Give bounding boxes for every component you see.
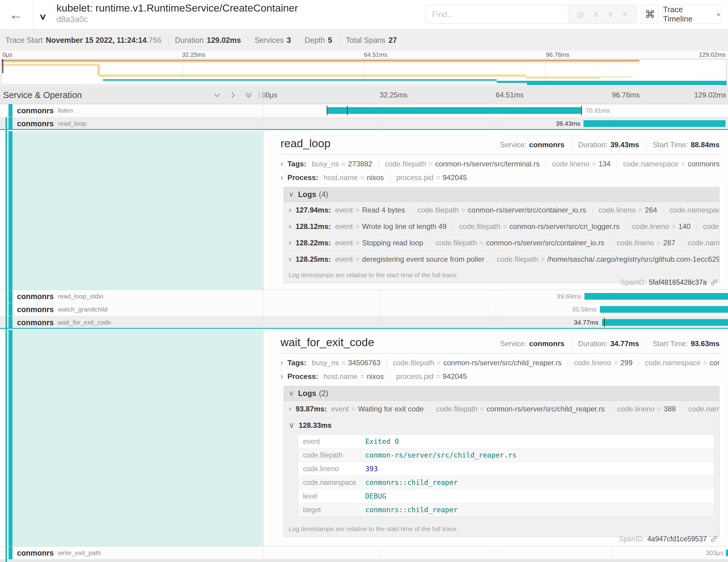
span-bar[interactable] (583, 120, 726, 127)
span-bar[interactable] (602, 319, 728, 326)
minimap-span-bar (722, 81, 726, 85)
operation-name: watch_grandchild (58, 306, 107, 313)
find-next-icon[interactable]: ∨ (607, 9, 614, 19)
link-icon[interactable] (710, 278, 718, 287)
span-timeline-cell[interactable]: 39.69ms (264, 290, 728, 303)
span-bar[interactable] (726, 550, 728, 556)
collapse-one-icon[interactable] (213, 90, 222, 100)
log-row-expanded[interactable]: ∨ 128.33ms (284, 417, 719, 433)
timeline-gridline (496, 117, 496, 130)
selected-span-underline (0, 129, 728, 130)
command-key-icon: ⌘ (645, 8, 655, 20)
duration-label: Duration (175, 36, 204, 45)
detail-title: read_loop (281, 137, 331, 150)
trace-view-selector[interactable]: Trace Timeline ∨ (663, 5, 721, 24)
keyboard-shortcuts-button[interactable]: ⌘ (641, 5, 659, 24)
service-name: conmonrs (17, 318, 54, 327)
span-row-read-loop-stdin[interactable]: conmonrs read_loop_stdin 39.69ms (0, 290, 728, 303)
chevron-down-icon: ∨ (39, 12, 47, 21)
table-row: eventExited 0 (298, 435, 714, 448)
chevron-down-icon: ∨ (716, 11, 721, 17)
find-prev-icon[interactable]: ∧ (593, 9, 599, 19)
log-timestamp: 128.25ms: (296, 255, 331, 264)
minimap-canvas[interactable] (1, 59, 727, 85)
chevron-down-icon: ∨ (289, 190, 294, 199)
timeline-tick: 0μs (265, 91, 277, 99)
operation-name: read_loop (58, 120, 86, 127)
span-name-cell[interactable]: conmonrs wait_for_exit_code (0, 316, 264, 329)
process-accordion[interactable]: › Process: host.name=nixos process.pid=9… (281, 173, 719, 182)
detail-duration: Duration:34.77ms (571, 339, 639, 348)
span-name-cell[interactable]: conmonrs listen (0, 104, 264, 117)
span-timeline-cell[interactable]: 70.91ms (264, 104, 728, 117)
log-timestamp: 128.12ms: (296, 222, 331, 231)
log-chip: code.filepath=conmon-rs/server/src/child… (430, 405, 605, 413)
log-row[interactable]: › 128.25ms: event=deregistering event so… (284, 251, 719, 267)
collapse-all-icon[interactable] (244, 90, 253, 100)
log-chip: code.namespace=co… (697, 222, 719, 231)
find-input[interactable] (426, 5, 568, 23)
scope-match-icon[interactable]: ◎ (577, 9, 584, 19)
log-chip: code.filepath=conmon-rs/server/src/cri_l… (453, 222, 620, 231)
span-row-write-exit-path[interactable]: conmonrs write_exit_path 303μs (0, 547, 728, 560)
span-row-read-loop[interactable]: conmonrs read_loop 39.43ms (0, 117, 728, 130)
span-timeline-cell[interactable]: 303μs (264, 547, 728, 559)
trace-duration: Duration 129.02ms (168, 35, 248, 45)
span-name-cell[interactable]: conmonrs read_loop (0, 117, 264, 130)
minimap-span-bar (2, 61, 639, 63)
detail-start-time: Start Time:93.63ms (646, 339, 719, 348)
span-timeline-cell[interactable]: 39.43ms (264, 117, 728, 130)
span-row-listen[interactable]: conmonrs listen 70.91ms (0, 104, 728, 117)
logs-accordion-header[interactable]: ∨ Logs (4) (284, 187, 719, 202)
service-color-bar (9, 290, 12, 303)
span-name-cell[interactable]: conmonrs read_loop_stdin (0, 290, 264, 303)
tags-accordion[interactable]: › Tags: busy_ns=273882 code.filepath=con… (281, 159, 719, 169)
minimap-gridline (364, 59, 364, 85)
trace-services: Services 3 (248, 35, 298, 45)
service-color-bar (9, 316, 12, 329)
chevron-right-icon: › (281, 159, 283, 169)
link-icon[interactable] (710, 535, 718, 543)
span-bar[interactable] (584, 293, 728, 300)
service-name: conmonrs (17, 305, 54, 314)
log-row[interactable]: › 128.12ms: event=Wrote log line of leng… (284, 218, 719, 234)
minimap-span-bar (526, 77, 600, 79)
logs-accordion-header[interactable]: ∨ Logs (2) (284, 386, 719, 401)
trace-start-label: Trace Start (5, 36, 43, 45)
column-resize-grip[interactable] (259, 92, 263, 99)
find-group: ◎ ∧ ∨ × (426, 5, 636, 24)
chevron-right-icon: › (289, 222, 291, 231)
logs-label: Logs (298, 190, 316, 199)
trace-collapse-toggle[interactable]: ∨ (39, 12, 47, 22)
tags-accordion[interactable]: › Tags: busy_ns=34506763 code.filepath=c… (281, 358, 719, 367)
duration-value: 129.02ms (207, 36, 241, 45)
timeline-gridline (496, 547, 496, 559)
log-row[interactable]: › 127.94ms: event=Read 4 bytes code.file… (284, 202, 719, 218)
minimap-span-bar (527, 83, 726, 85)
minimap-scrubber-handle[interactable] (2, 59, 3, 73)
expand-one-icon[interactable] (228, 90, 237, 100)
trace-minimap[interactable]: 0μs 32.25ms 64.51ms 96.76ms 129.02ms (0, 51, 728, 86)
back-button[interactable]: ← (0, 0, 33, 29)
span-timeline-cell[interactable]: 35.58ms (264, 303, 728, 316)
span-row-wait-for-exit-code[interactable]: conmonrs wait_for_exit_code 34.77ms (0, 316, 728, 329)
span-timeline-cell[interactable]: 34.77ms (264, 316, 728, 329)
trace-summary-bar: Trace Start November 15 2022, 11:24:14 .… (0, 29, 728, 51)
span-name-cell[interactable]: conmonrs watch_grandchild (0, 303, 264, 316)
log-chip: event=deregistering event source from po… (335, 255, 485, 264)
service-name: conmonrs (17, 292, 54, 301)
log-row[interactable]: › 93.87ms: event=Waiting for exit code c… (284, 401, 719, 417)
trace-id: d8a3a0c (56, 15, 298, 24)
process-accordion[interactable]: › Process: host.name=nixos process.pid=9… (281, 372, 719, 381)
timeline-gridline (380, 547, 380, 559)
timeline-column-header: Service & Operation 0μs 32.25ms 64.51ms … (0, 86, 728, 104)
span-bar[interactable] (327, 107, 582, 114)
timeline-gridline (380, 316, 380, 329)
span-name-cell[interactable]: conmonrs write_exit_path (0, 547, 264, 559)
timeline-gridline (496, 303, 496, 316)
log-row[interactable]: › 128.22ms: event=Stopping read loop cod… (284, 234, 719, 251)
span-row-watch-grandchild[interactable]: conmonrs watch_grandchild 35.58ms (0, 303, 728, 316)
find-clear-icon[interactable]: × (622, 10, 627, 19)
depth-label: Depth (304, 36, 325, 45)
span-bar[interactable] (600, 306, 728, 313)
